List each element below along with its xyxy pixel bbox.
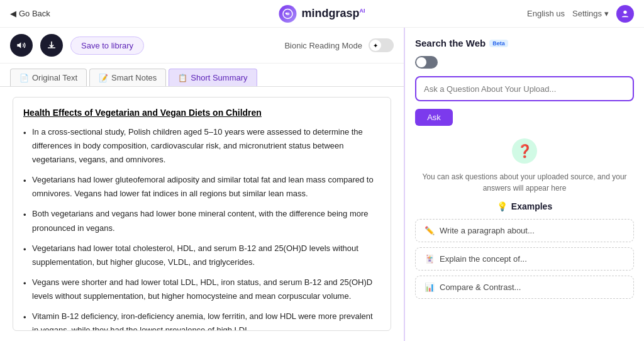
example-icon: 📊 (425, 282, 435, 292)
save-to-library-button[interactable]: Save to library (70, 36, 144, 55)
bullet-text: Vitamin B-12 deficiency, iron-deficiency… (32, 310, 380, 331)
example-label: Compare & Contrast... (440, 282, 521, 292)
left-panel: Save to library Bionic Reading Mode ✦ 📄 … (0, 28, 405, 341)
svg-point-2 (623, 10, 626, 13)
nav-right: English us Settings ▾ (527, 5, 634, 23)
helper-text: You can ask questions about your uploade… (415, 171, 634, 194)
toolbar: Save to library Bionic Reading Mode ✦ (0, 28, 404, 64)
bullet-text: In a cross-sectional study, Polish child… (32, 125, 380, 167)
go-back-label: Go Back (19, 9, 50, 18)
bionic-mode-toggle-area: Bionic Reading Mode ✦ (284, 38, 394, 52)
logo-text: mindgraspAI (301, 7, 365, 20)
svg-point-1 (286, 12, 287, 14)
question-icon: ❓ (512, 138, 537, 164)
example-label: Explain the concept of... (440, 254, 527, 264)
bullet-item: •In a cross-sectional study, Polish chil… (23, 125, 380, 167)
go-back-button[interactable]: ◀ Go Back (10, 9, 50, 18)
tab-original-text[interactable]: 📄 Original Text (10, 69, 87, 86)
tab-short-summary[interactable]: 📋 Short Summary (169, 69, 257, 86)
bionic-mode-label: Bionic Reading Mode (284, 41, 362, 50)
examples-title: 💡 Examples (497, 201, 552, 211)
examples-area: ❓ You can ask questions about your uploa… (415, 138, 634, 299)
top-nav: ◀ Go Back mindgraspAI English us Setting… (0, 0, 644, 28)
bullet-item: •Vegetarians had lower total cholesterol… (23, 242, 380, 269)
search-toggle-area (415, 56, 634, 69)
content-text: •In a cross-sectional study, Polish chil… (23, 125, 380, 331)
settings-button[interactable]: Settings ▾ (572, 9, 609, 18)
ask-button[interactable]: Ask (415, 109, 453, 126)
search-web-header: Search the Web Beta (415, 38, 634, 48)
chevron-down-icon: ▾ (604, 9, 609, 18)
content-box: Health Effects of Vegetarian and Vegan D… (13, 97, 391, 331)
bullet-text: Vegetarians had lower gluteofemoral adip… (32, 173, 380, 201)
example-card[interactable]: ✏️Write a paragraph about... (415, 219, 634, 242)
toggle-knob: ✦ (370, 40, 381, 51)
short-summary-tab-icon: 📋 (178, 74, 187, 82)
bullet-item: •Vegetarians had lower gluteofemoral adi… (23, 173, 380, 201)
bullet-dot: • (23, 277, 28, 303)
lightbulb-icon: 💡 (497, 201, 508, 211)
tab-short-summary-label: Short Summary (191, 73, 247, 82)
download-button[interactable] (40, 34, 63, 57)
example-icon: ✏️ (425, 226, 435, 235)
search-web-toggle[interactable] (415, 56, 438, 69)
back-arrow-icon: ◀ (10, 9, 16, 18)
beta-badge: Beta (489, 40, 508, 47)
tab-smart-notes-label: Smart Notes (111, 73, 157, 82)
right-panel: Search the Web Beta Ask ❓ You can ask qu… (405, 28, 644, 341)
main-layout: Save to library Bionic Reading Mode ✦ 📄 … (0, 28, 644, 341)
tabs-bar: 📄 Original Text 📝 Smart Notes 📋 Short Su… (0, 64, 404, 87)
ask-input[interactable] (424, 84, 625, 94)
mindgrasp-logo-icon (279, 5, 296, 23)
search-toggle-knob (416, 57, 426, 67)
ask-input-container (415, 76, 634, 101)
bullet-dot: • (23, 174, 28, 201)
bullet-dot: • (23, 311, 28, 331)
user-avatar[interactable] (616, 5, 634, 23)
examples-list: ✏️Write a paragraph about...🃏Explain the… (415, 219, 634, 299)
bullet-item: •Vitamin B-12 deficiency, iron-deficienc… (23, 310, 380, 331)
example-icon: 🃏 (425, 254, 435, 264)
tab-original-text-label: Original Text (32, 73, 77, 82)
tab-smart-notes[interactable]: 📝 Smart Notes (89, 69, 166, 86)
bullet-text: Vegans were shorter and had lower total … (32, 276, 380, 303)
search-web-label: Search the Web (415, 38, 486, 48)
settings-label: Settings (572, 9, 602, 18)
example-card[interactable]: 📊Compare & Contrast... (415, 276, 634, 299)
svg-marker-3 (17, 42, 21, 48)
original-text-tab-icon: 📄 (19, 74, 29, 82)
bullet-item: •Both vegetarians and vegans had lower b… (23, 207, 380, 235)
bionic-toggle[interactable]: ✦ (369, 38, 394, 52)
bullet-dot: • (23, 126, 28, 167)
example-label: Write a paragraph about... (440, 226, 535, 235)
audio-button[interactable] (10, 34, 33, 57)
bullet-text: Vegetarians had lower total cholesterol,… (32, 242, 380, 269)
example-card[interactable]: 🃏Explain the concept of... (415, 247, 634, 271)
language-button[interactable]: English us (527, 9, 565, 18)
bullet-dot: • (23, 243, 28, 269)
bullet-item: •Vegans were shorter and had lower total… (23, 276, 380, 303)
content-area: Health Effects of Vegetarian and Vegan D… (0, 87, 404, 341)
content-title: Health Effects of Vegetarian and Vegan D… (23, 108, 380, 118)
logo-area: mindgraspAI (279, 5, 365, 23)
smart-notes-tab-icon: 📝 (99, 74, 108, 82)
bullet-text: Both vegetarians and vegans had lower bo… (32, 207, 380, 235)
bullet-dot: • (23, 208, 28, 235)
